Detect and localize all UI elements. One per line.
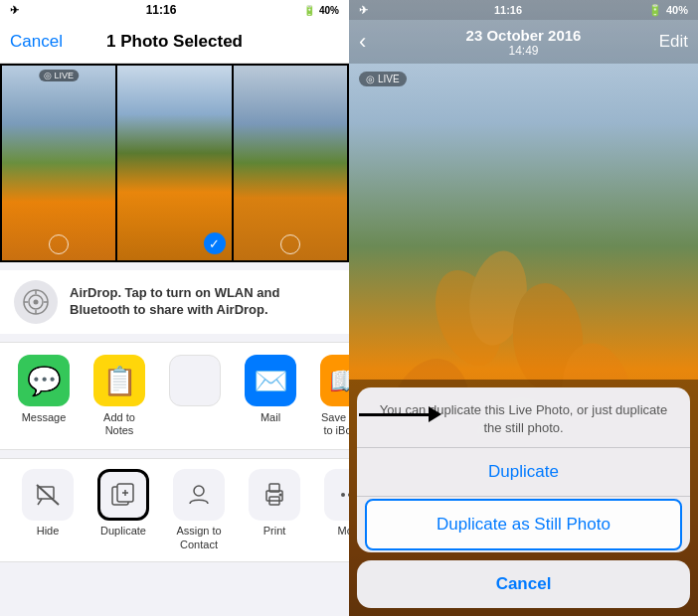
left-panel: ✈ 11:16 🔋 40% Cancel 1 Photo Selected ◎ … <box>0 0 349 616</box>
more-icon <box>324 469 349 521</box>
signal-icon-left: ✈ <box>10 4 19 17</box>
more-label: More <box>337 525 349 538</box>
assign-label: Assign to Contact <box>165 525 233 550</box>
action-more[interactable]: More <box>316 469 349 550</box>
airdrop-description: AirDrop. Tap to turn on WLAN and Bluetoo… <box>70 285 335 319</box>
selection-circle-3 <box>280 234 300 254</box>
arrow-line <box>359 413 429 416</box>
signal-icon-right: ✈ <box>359 4 368 17</box>
notes-icon: 📋 <box>93 355 145 406</box>
svg-line-8 <box>38 499 42 505</box>
cancel-dialog-button[interactable]: Cancel <box>357 560 690 608</box>
cancel-button[interactable]: Cancel <box>10 32 63 52</box>
airdrop-icon <box>14 280 58 324</box>
ibooks-label: Save PDF to iBooks <box>316 411 349 437</box>
dialog-divider <box>357 496 690 497</box>
time-text: 14:49 <box>466 44 582 58</box>
duplicate-button[interactable]: Duplicate <box>357 448 690 496</box>
svg-point-19 <box>341 493 345 497</box>
photo-thumb-1[interactable]: ◎ LIVE <box>2 66 115 260</box>
action-hide[interactable]: Hide <box>14 469 82 550</box>
arrow-head <box>429 406 441 422</box>
live-circle-icon-1: ◎ <box>44 71 52 80</box>
notes-label: Add to Notes <box>89 411 149 437</box>
share-item-ibooks[interactable]: 📖 Save PDF to iBooks <box>316 355 349 437</box>
action-duplicate[interactable]: Duplicate <box>89 469 157 550</box>
live-circle-icon-right: ◎ <box>366 74 375 84</box>
hide-icon <box>22 469 74 521</box>
share-item-message[interactable]: 💬 Message <box>14 355 74 437</box>
svg-point-14 <box>194 486 204 496</box>
back-button[interactable]: ‹ <box>359 29 366 55</box>
empty-icon <box>169 355 221 406</box>
battery-pct-left: 40% <box>319 5 339 16</box>
svg-point-18 <box>279 494 282 497</box>
photo-thumb-3[interactable] <box>234 66 347 260</box>
action-row: Hide Duplicate Assign to Contact <box>0 458 349 561</box>
edit-button[interactable]: Edit <box>659 32 688 52</box>
action-print[interactable]: Print <box>241 469 308 550</box>
share-item-notes[interactable]: 📋 Add to Notes <box>89 355 149 437</box>
airdrop-section[interactable]: AirDrop. Tap to turn on WLAN and Bluetoo… <box>0 270 349 334</box>
battery-icon-left: 🔋 <box>303 5 315 16</box>
svg-point-2 <box>34 300 39 305</box>
date-text: 23 October 2016 <box>466 27 582 44</box>
mail-icon: ✉️ <box>245 355 296 406</box>
mail-label: Mail <box>261 411 280 424</box>
message-icon: 💬 <box>18 355 70 406</box>
live-badge-right: ◎ LIVE <box>359 72 407 86</box>
duplicate-icon <box>97 469 149 521</box>
status-icons-left: 🔋 40% <box>303 5 339 16</box>
duplicate-still-button[interactable]: Duplicate as Still Photo <box>365 499 682 550</box>
status-bar-left: ✈ 11:16 🔋 40% <box>0 0 349 20</box>
selection-circle-1 <box>49 234 69 254</box>
share-item-mail[interactable]: ✉️ Mail <box>241 355 300 437</box>
photo-grid: ◎ LIVE ✓ <box>0 64 349 262</box>
print-label: Print <box>263 525 286 538</box>
time-right: 11:16 <box>494 4 522 16</box>
battery-icon-right: 🔋 <box>648 4 662 17</box>
battery-pct-right: 40% <box>666 4 688 16</box>
dialog-cancel-box: Cancel <box>357 560 690 608</box>
message-label: Message <box>22 411 67 424</box>
print-icon <box>249 469 300 521</box>
date-info: 23 October 2016 14:49 <box>466 27 582 58</box>
duplicate-label: Duplicate <box>100 525 146 538</box>
share-item-empty <box>165 355 225 437</box>
photo-thumb-2[interactable]: ✓ <box>117 66 231 260</box>
status-bar-right: ✈ 11:16 🔋 40% <box>349 0 698 20</box>
live-badge-1: ◎ LIVE <box>39 70 79 81</box>
hide-label: Hide <box>37 525 60 538</box>
nav-bar-left: Cancel 1 Photo Selected <box>0 20 349 64</box>
share-row: 💬 Message 📋 Add to Notes ✉️ Mail 📖 Save … <box>0 342 349 450</box>
time-left: 11:16 <box>146 3 177 17</box>
right-panel: ✈ 11:16 🔋 40% ‹ 23 October 2016 14:49 Ed… <box>349 0 698 616</box>
assign-icon <box>173 469 225 521</box>
action-assign[interactable]: Assign to Contact <box>165 469 233 550</box>
selected-checkmark-2: ✓ <box>204 232 226 254</box>
page-title-left: 1 Photo Selected <box>106 32 243 52</box>
nav-bar-right: ‹ 23 October 2016 14:49 Edit <box>349 20 698 64</box>
ibooks-icon: 📖 <box>320 355 349 406</box>
arrow-indicator <box>359 406 441 422</box>
